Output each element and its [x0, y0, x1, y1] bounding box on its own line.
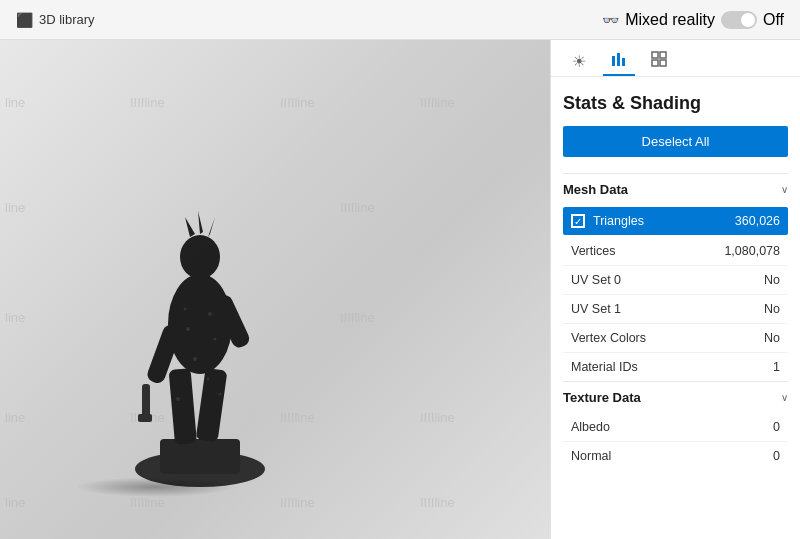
sun-icon: ☀ [572, 52, 586, 71]
mixed-reality-control[interactable]: 👓 Mixed reality Off [602, 11, 784, 29]
panel-content: Stats & Shading Deselect All Mesh Data ∨… [551, 77, 800, 539]
statue-model [100, 129, 300, 479]
normal-value: 0 [773, 449, 780, 463]
svg-point-19 [219, 393, 222, 396]
topbar: ⬛ 3D library 👓 Mixed reality Off [0, 0, 800, 40]
cube-icon: ⬛ [16, 12, 33, 28]
watermark: line [5, 200, 25, 215]
albedo-label: Albedo [571, 420, 610, 434]
right-panel: ☀ Stats & Shading Deselect All Mesh Data… [550, 40, 800, 539]
svg-marker-13 [208, 217, 215, 237]
3d-viewport[interactable]: line IIIIline IIIIline IIIIline line III… [0, 40, 550, 539]
material-ids-value: 1 [773, 360, 780, 374]
ground-shadow [75, 477, 235, 497]
svg-point-17 [207, 378, 210, 381]
watermark: IIIIline [280, 95, 315, 110]
svg-rect-6 [142, 384, 150, 419]
toggle-track[interactable] [721, 11, 757, 29]
svg-point-20 [184, 308, 187, 311]
vertices-label: Vertices [571, 244, 615, 258]
watermark: IIIIline [340, 200, 375, 215]
material-ids-row: Material IDs 1 [563, 353, 788, 381]
albedo-value: 0 [773, 420, 780, 434]
mesh-chevron-icon: ∨ [781, 184, 788, 195]
mixed-reality-icon: 👓 [602, 12, 619, 28]
uvset0-value: No [764, 273, 780, 287]
svg-rect-22 [612, 56, 615, 66]
uvset1-row: UV Set 1 No [563, 295, 788, 323]
watermark: IIIIline [420, 95, 455, 110]
mesh-data-title: Mesh Data [563, 182, 628, 197]
svg-point-18 [176, 397, 180, 401]
watermark: IIIIline [420, 410, 455, 425]
triangles-value: 360,026 [735, 214, 780, 228]
svg-rect-3 [196, 368, 228, 442]
vertices-value: 1,080,078 [724, 244, 780, 258]
vertices-row: Vertices 1,080,078 [563, 237, 788, 265]
uvset0-row: UV Set 0 No [563, 266, 788, 294]
svg-point-14 [186, 327, 190, 331]
main-area: line IIIIline IIIIline IIIIline line III… [0, 40, 800, 539]
uvset1-value: No [764, 302, 780, 316]
svg-rect-1 [160, 439, 240, 474]
tab-sun[interactable]: ☀ [563, 48, 595, 76]
svg-rect-24 [622, 58, 625, 66]
tab-grid[interactable] [643, 48, 675, 76]
off-label: Off [763, 11, 784, 29]
svg-marker-11 [185, 217, 195, 237]
svg-rect-28 [660, 60, 666, 66]
panel-title: Stats & Shading [563, 93, 788, 114]
watermark: line [5, 495, 25, 510]
mesh-data-section-header[interactable]: Mesh Data ∨ [563, 173, 788, 205]
triangles-label-group: ✓ Triangles [571, 214, 644, 228]
texture-data-section-header[interactable]: Texture Data ∨ [563, 381, 788, 413]
vertex-colors-row: Vertex Colors No [563, 324, 788, 352]
watermark: line [5, 310, 25, 325]
normal-row: Normal 0 [563, 442, 788, 470]
vertex-colors-label: Vertex Colors [571, 331, 646, 345]
svg-rect-27 [652, 60, 658, 66]
watermark: IIIIline [280, 495, 315, 510]
stats-icon [610, 50, 628, 72]
watermark: IIIIline [130, 95, 165, 110]
tab-stats[interactable] [603, 48, 635, 76]
svg-point-10 [180, 235, 220, 279]
svg-marker-12 [198, 211, 203, 234]
watermark: line [5, 95, 25, 110]
uvset0-label: UV Set 0 [571, 273, 621, 287]
svg-point-15 [214, 338, 217, 341]
texture-data-title: Texture Data [563, 390, 641, 405]
triangles-checkbox[interactable]: ✓ [571, 214, 585, 228]
uvset1-label: UV Set 1 [571, 302, 621, 316]
watermark: IIIIline [340, 310, 375, 325]
watermark: IIIIline [130, 495, 165, 510]
watermark: IIIIline [420, 495, 455, 510]
panel-tabs: ☀ [551, 40, 800, 77]
vertex-colors-value: No [764, 331, 780, 345]
normal-label: Normal [571, 449, 611, 463]
svg-point-16 [193, 357, 197, 361]
texture-chevron-icon: ∨ [781, 392, 788, 403]
material-ids-label: Material IDs [571, 360, 638, 374]
deselect-all-button[interactable]: Deselect All [563, 126, 788, 157]
grid-icon [650, 50, 668, 72]
triangles-row[interactable]: ✓ Triangles 360,026 [563, 207, 788, 235]
svg-rect-26 [660, 52, 666, 58]
toggle-thumb [741, 13, 755, 27]
svg-rect-7 [138, 414, 152, 422]
svg-rect-25 [652, 52, 658, 58]
mixed-reality-label: Mixed reality [625, 11, 715, 29]
3d-library-label: 3D library [39, 12, 95, 27]
triangles-label: Triangles [593, 214, 644, 228]
3d-library-button[interactable]: ⬛ 3D library [16, 12, 95, 28]
albedo-row: Albedo 0 [563, 413, 788, 441]
watermark: line [5, 410, 25, 425]
svg-point-21 [208, 312, 212, 316]
svg-rect-2 [169, 368, 197, 445]
svg-rect-23 [617, 53, 620, 66]
